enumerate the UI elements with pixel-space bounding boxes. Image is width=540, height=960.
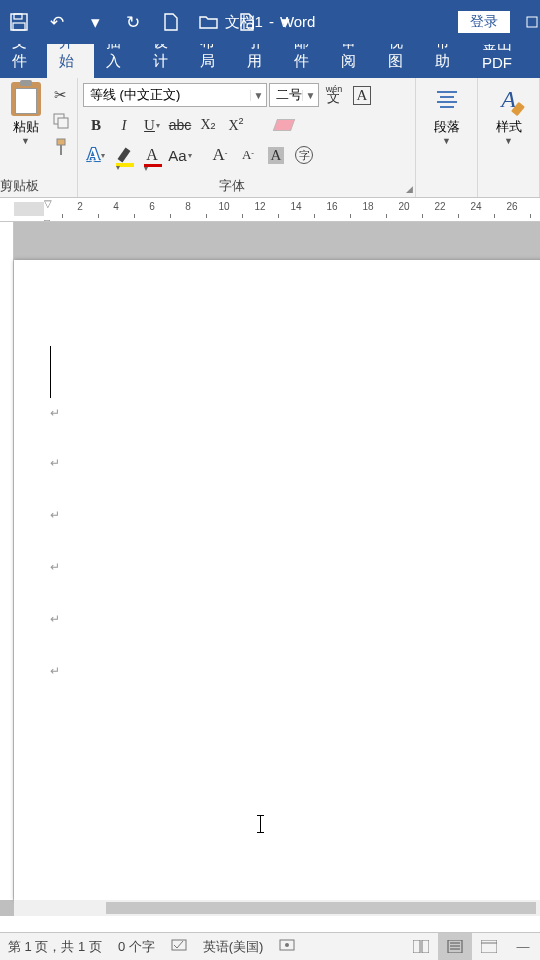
ibeam-cursor-icon — [260, 815, 261, 833]
chevron-down-icon[interactable]: ▼ — [504, 136, 513, 146]
font-name-combo[interactable]: 等线 (中文正文) ▼ — [83, 83, 267, 107]
svg-rect-1 — [14, 14, 22, 19]
ruler-number: 12 — [254, 201, 265, 212]
print-layout-button[interactable] — [438, 933, 472, 961]
web-layout-button[interactable] — [472, 933, 506, 961]
subscript-button[interactable]: X2 — [195, 112, 221, 138]
enclose-char-button[interactable]: 字 — [291, 142, 317, 168]
page[interactable]: ↵ ↵ ↵ ↵ ↵ ↵ — [14, 260, 540, 900]
svg-point-11 — [285, 943, 289, 947]
styles-button[interactable]: A 样式 ▼ — [480, 82, 538, 146]
char-shading-button[interactable]: A — [263, 142, 289, 168]
paste-icon — [11, 82, 41, 116]
paragraph-button[interactable]: 段落 ▼ — [418, 82, 476, 146]
character-border-button[interactable]: A — [349, 82, 375, 108]
status-bar: 第 1 页，共 1 页 0 个字 英语(美国) — — [0, 932, 540, 960]
first-line-indent-icon[interactable]: ▽ — [44, 198, 52, 209]
read-mode-button[interactable] — [404, 933, 438, 961]
text-cursor — [50, 346, 51, 398]
paragraph-mark-icon: ↵ — [50, 560, 60, 574]
undo-button[interactable]: ↶ — [38, 3, 76, 41]
svg-rect-4 — [527, 17, 537, 27]
zoom-out-button[interactable]: — — [506, 933, 540, 961]
font-size-combo[interactable]: 二号 ▼ — [269, 83, 319, 107]
cut-button[interactable]: ✂ — [50, 84, 72, 106]
paragraph-mark-icon: ↵ — [50, 456, 60, 470]
page-indicator[interactable]: 第 1 页，共 1 页 — [0, 938, 110, 956]
bold-button[interactable]: B — [83, 112, 109, 138]
word-count[interactable]: 0 个字 — [110, 938, 163, 956]
svg-rect-7 — [57, 139, 65, 145]
svg-rect-13 — [422, 940, 429, 953]
svg-rect-18 — [481, 940, 497, 953]
proofing-icon[interactable] — [163, 938, 195, 955]
italic-button[interactable]: I — [111, 112, 137, 138]
copy-button[interactable] — [50, 110, 72, 132]
paste-button[interactable]: 粘贴 ▼ — [6, 82, 46, 158]
paragraph-mark-icon: ↵ — [50, 406, 60, 420]
clipboard-section-label: 剪贴板 — [0, 177, 54, 195]
chevron-down-icon[interactable]: ▼ — [250, 90, 266, 101]
ribbon-options-icon[interactable] — [524, 16, 540, 28]
ruler-number: 18 — [362, 201, 373, 212]
ruler-number: 2 — [77, 201, 83, 212]
ruler-number: 16 — [326, 201, 337, 212]
clear-formatting-button[interactable] — [271, 112, 297, 138]
phonetic-guide-button[interactable]: wén文 — [321, 82, 347, 108]
horizontal-ruler[interactable]: ▽ □ 246810121416182022242628 — [0, 198, 540, 222]
font-section-label: 字体 — [54, 177, 410, 195]
svg-rect-6 — [58, 118, 68, 128]
ruler-number: 8 — [185, 201, 191, 212]
document-area: ↵ ↵ ↵ ↵ ↵ ↵ — [0, 222, 540, 916]
doc-name: 文档1 — [225, 13, 263, 32]
grow-font-button[interactable]: Aˆ — [207, 142, 233, 168]
app-name: Word — [280, 13, 316, 32]
macro-record-icon[interactable] — [271, 938, 303, 955]
styles-icon: A — [501, 86, 516, 113]
chevron-down-icon[interactable]: ▼ — [302, 90, 318, 101]
undo-dropdown[interactable]: ▾ — [76, 3, 114, 41]
format-painter-button[interactable] — [50, 136, 72, 158]
paste-dropdown-icon[interactable]: ▼ — [21, 136, 30, 146]
change-case-button[interactable]: Aa — [167, 142, 193, 168]
ruler-number: 6 — [149, 201, 155, 212]
vertical-ruler[interactable] — [0, 222, 14, 900]
highlighter-icon — [118, 148, 131, 163]
ruler-number: 20 — [398, 201, 409, 212]
ruler-number: 26 — [506, 201, 517, 212]
chevron-down-icon[interactable]: ▼ — [442, 136, 451, 146]
document-title: 文档1 - Word — [225, 13, 316, 32]
highlight-button[interactable] — [111, 142, 137, 168]
ruler-number: 22 — [434, 201, 445, 212]
svg-rect-2 — [13, 23, 25, 30]
title-bar: ↶ ▾ ↻ ▾ 文档1 - Word 登录 — [0, 0, 540, 44]
save-button[interactable] — [0, 3, 38, 41]
login-button[interactable]: 登录 — [458, 11, 510, 33]
scrollbar-thumb[interactable] — [106, 902, 536, 914]
paragraph-mark-icon: ↵ — [50, 664, 60, 678]
language-indicator[interactable]: 英语(美国) — [195, 938, 272, 956]
ruler-number: 14 — [290, 201, 301, 212]
ruler-number: 24 — [470, 201, 481, 212]
shrink-font-button[interactable]: Aˇ — [235, 142, 261, 168]
ruler-number: 4 — [113, 201, 119, 212]
svg-rect-12 — [413, 940, 420, 953]
svg-rect-8 — [60, 145, 62, 155]
paragraph-mark-icon: ↵ — [50, 612, 60, 626]
text-effects-button[interactable]: A — [83, 142, 109, 168]
paragraph-icon — [437, 82, 457, 116]
underline-button[interactable]: U — [139, 112, 165, 138]
ribbon: 粘贴 ▼ ✂ 等线 (中文正文) ▼ 二号 ▼ — [0, 78, 540, 198]
eraser-icon — [273, 119, 295, 131]
paragraph-mark-icon: ↵ — [50, 508, 60, 522]
font-color-button[interactable]: A — [139, 142, 165, 168]
redo-button[interactable]: ↻ — [114, 3, 152, 41]
strikethrough-button[interactable]: abc — [167, 112, 193, 138]
ribbon-tabs: 文件 开始 插入 设计 布局 引用 邮件 审阅 视图 帮助 金山PDF — [0, 44, 540, 78]
horizontal-scrollbar[interactable] — [14, 900, 540, 916]
ruler-number: 10 — [218, 201, 229, 212]
superscript-button[interactable]: X2 — [223, 112, 249, 138]
open-button[interactable] — [190, 3, 228, 41]
new-doc-button[interactable] — [152, 3, 190, 41]
